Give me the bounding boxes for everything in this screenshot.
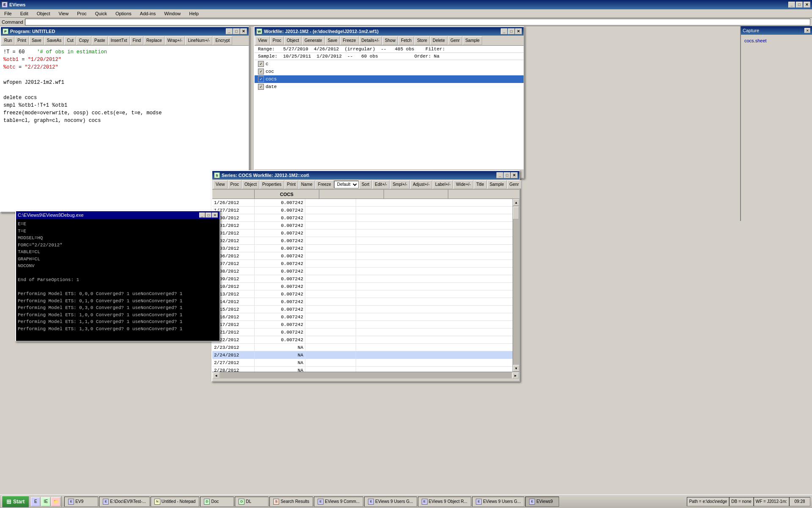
btn-series-smpl[interactable]: Smpl+/- <box>390 180 410 189</box>
series-minimize[interactable]: _ <box>497 172 503 178</box>
btn-inserttxt[interactable]: InsertTxt <box>108 36 130 45</box>
btn-saveas[interactable]: SaveAs <box>44 36 64 45</box>
series-maximize[interactable]: □ <box>504 172 510 178</box>
menu-addins[interactable]: Add-ins <box>137 10 158 17</box>
taskbar-eviews9[interactable]: E EViews9 <box>525 497 559 507</box>
capture-close[interactable]: ✕ <box>804 28 810 33</box>
btn-series-view[interactable]: View <box>213 180 228 189</box>
btn-series-object[interactable]: Object <box>242 180 259 189</box>
btn-series-adjust[interactable]: Adjust+/- <box>410 180 432 189</box>
btn-series-print[interactable]: Print <box>285 180 299 189</box>
taskbar-ev9[interactable]: E EV9 <box>64 497 98 507</box>
taskbar-doc[interactable]: D Doc <box>200 497 234 507</box>
btn-series-proc[interactable]: Proc <box>228 180 242 189</box>
scroll-up-btn[interactable]: ▲ <box>513 199 519 206</box>
btn-find[interactable]: Find <box>130 36 143 45</box>
btn-cut[interactable]: Cut <box>64 36 76 45</box>
btn-paste[interactable]: Paste <box>92 36 108 45</box>
btn-proc[interactable]: Proc <box>270 36 284 45</box>
btn-generate[interactable]: Generate <box>302 36 325 45</box>
btn-series-name[interactable]: Name <box>299 180 315 189</box>
taskbar-eviews-object[interactable]: E EViews 9 Object R... <box>418 497 472 507</box>
console-maximize[interactable]: □ <box>206 213 211 218</box>
scroll-left-btn[interactable]: ◄ <box>213 373 219 378</box>
program-close[interactable]: ✕ <box>240 28 247 34</box>
taskbar-eviews-users1[interactable]: E EViews 9 Users G... <box>364 497 417 507</box>
command-input[interactable] <box>25 19 810 25</box>
quicklaunch-ie[interactable]: IE <box>41 497 50 506</box>
console-content[interactable]: E=E T=E MODSEL=HQ FORC="2/22/2012" TABLE… <box>16 219 219 341</box>
btn-freeze[interactable]: Freeze <box>340 36 358 45</box>
btn-show[interactable]: Show <box>382 36 398 45</box>
checkbox-date[interactable]: ✓ <box>258 84 264 90</box>
checkbox-c[interactable]: ✓ <box>258 61 264 67</box>
menu-options[interactable]: Options <box>113 10 134 17</box>
start-button[interactable]: ⊞ Start <box>2 496 29 508</box>
taskbar-test[interactable]: E E:\Doc\EV9\Test-... <box>99 497 149 507</box>
btn-details[interactable]: Details+/- <box>359 36 382 45</box>
scroll-down-btn[interactable]: ▼ <box>513 365 519 372</box>
minimize-button[interactable]: _ <box>788 2 795 8</box>
workfile-item-c[interactable]: ✓ c <box>255 60 524 68</box>
btn-series-title[interactable]: Title <box>474 180 487 189</box>
taskbar-eviews-users2[interactable]: E EViews 9 Users G... <box>472 497 524 507</box>
btn-run[interactable]: Run <box>2 36 14 45</box>
btn-copy[interactable]: Copy <box>77 36 91 45</box>
console-close[interactable]: ✕ <box>212 213 218 218</box>
btn-series-properties[interactable]: Properties <box>260 180 284 189</box>
workfile-item-date[interactable]: ✓ date <box>255 83 524 91</box>
workfile-maximize[interactable]: □ <box>508 28 515 34</box>
maximize-button[interactable]: □ <box>796 2 803 8</box>
program-maximize[interactable]: □ <box>233 28 240 34</box>
quicklaunch-ev9[interactable]: E <box>31 497 40 506</box>
close-button[interactable]: ✕ <box>804 2 810 8</box>
workfile-close[interactable]: ✕ <box>515 28 522 34</box>
workfile-item-cocs[interactable]: ✓ cocs <box>255 75 524 83</box>
menu-proc[interactable]: Proc <box>74 10 89 17</box>
btn-view[interactable]: View <box>255 36 270 45</box>
btn-series-freeze[interactable]: Freeze <box>315 180 334 189</box>
btn-delete[interactable]: Delete <box>430 36 447 45</box>
taskbar-notepad[interactable]: N Untitled - Notepad <box>151 497 200 507</box>
program-minimize[interactable]: _ <box>226 28 233 34</box>
btn-genr[interactable]: Genr <box>448 36 462 45</box>
workfile-item-coc[interactable]: ✓ coc <box>255 68 524 75</box>
menu-quick[interactable]: Quick <box>93 10 110 17</box>
scroll-right-btn[interactable]: ► <box>512 373 519 378</box>
btn-series-genr[interactable]: Genr <box>507 180 521 189</box>
menu-edit[interactable]: Edit <box>18 10 31 17</box>
quicklaunch-folder[interactable]: 📁 <box>51 497 60 506</box>
btn-series-edit[interactable]: Edit+/- <box>372 180 390 189</box>
btn-series-sample[interactable]: Sample <box>487 180 507 189</box>
menu-help[interactable]: Help <box>187 10 201 17</box>
btn-wrap[interactable]: Wrap+/- <box>165 36 185 45</box>
btn-save[interactable]: Save <box>29 36 44 45</box>
btn-store[interactable]: Store <box>414 36 430 45</box>
menu-file[interactable]: File <box>2 10 14 17</box>
btn-replace[interactable]: Replace <box>144 36 165 45</box>
menu-window[interactable]: Window <box>162 10 183 17</box>
btn-series-sort[interactable]: Sort <box>359 180 372 189</box>
taskbar-eviews-comm[interactable]: E EViews 9 Comm... <box>314 497 363 507</box>
start-label: Start <box>13 499 25 505</box>
btn-fetch[interactable]: Fetch <box>398 36 414 45</box>
btn-object[interactable]: Object <box>284 36 302 45</box>
btn-series-wide[interactable]: Wide+/- <box>453 180 473 189</box>
checkbox-coc[interactable]: ✓ <box>258 69 264 75</box>
btn-print[interactable]: Print <box>15 36 29 45</box>
taskbar-dl[interactable]: D DL <box>235 497 269 507</box>
console-minimize[interactable]: _ <box>199 213 205 218</box>
menu-view[interactable]: View <box>56 10 71 17</box>
taskbar-search[interactable]: S Search Results <box>269 497 313 507</box>
btn-encrypt[interactable]: Encrypt <box>213 36 232 45</box>
btn-series-label[interactable]: Label+/- <box>433 180 453 189</box>
menu-object[interactable]: Object <box>34 10 53 17</box>
btn-save2[interactable]: Save <box>325 36 340 45</box>
workfile-minimize[interactable]: _ <box>501 28 508 34</box>
btn-sample[interactable]: Sample <box>463 36 482 45</box>
series-default-select[interactable]: Default <box>334 181 359 188</box>
btn-linenum[interactable]: LineNum+/- <box>185 36 212 45</box>
series-close[interactable]: ✕ <box>511 172 518 178</box>
scroll-thumb[interactable] <box>513 207 519 219</box>
checkbox-cocs[interactable]: ✓ <box>258 76 264 82</box>
